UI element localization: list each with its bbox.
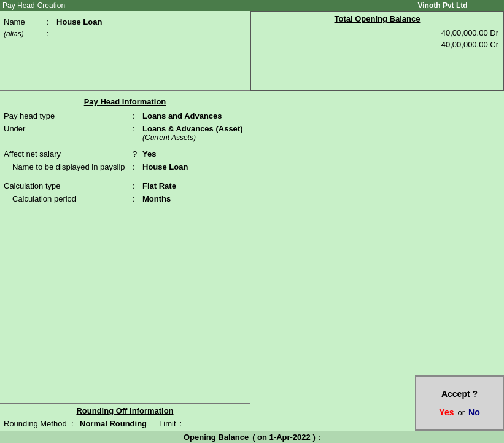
balance-cr: 40,00,000.00 Cr xyxy=(256,40,498,49)
creation-header-label: Creation xyxy=(37,1,65,10)
opening-balance-label: Opening Balance xyxy=(184,433,249,442)
company-name-header: Vinoth Pvt Ltd xyxy=(381,0,504,11)
affect-row: Affect net salary ? Yes xyxy=(4,149,246,159)
under-sep: : xyxy=(133,124,142,133)
name-payslip-sep: : xyxy=(133,162,142,171)
under-value: Loans & Advances (Asset) xyxy=(142,124,243,133)
under-label: Under xyxy=(4,124,133,133)
alias-label: (alias) xyxy=(4,29,47,38)
opening-balance-bar: Opening Balance ( on 1-Apr-2022 ) : xyxy=(0,431,504,443)
opening-balance-colon: : xyxy=(318,433,320,442)
rounding-method-row: Rounding Method : Normal Rounding Limit … xyxy=(4,419,246,428)
calc-period-value: Months xyxy=(142,194,171,203)
total-opening-balance-box: Total Opening Balance 40,00,000.00 Dr 40… xyxy=(250,11,504,91)
name-label: Name xyxy=(4,17,47,26)
affect-label: Affect net salary xyxy=(4,149,133,159)
calc-period-row: Calculation period : Months xyxy=(4,194,246,203)
name-payslip-label: Name to be displayed in payslip xyxy=(4,162,133,171)
calc-type-label: Calculation type xyxy=(4,181,133,190)
calc-type-row: Calculation type : Flat Rate xyxy=(4,181,246,190)
main-area: Name : House Loan (alias) : Pay Head Inf… xyxy=(0,11,504,431)
pay-head-type-row: Pay head type : Loans and Advances xyxy=(4,111,246,120)
name-value: House Loan xyxy=(56,17,102,26)
right-panel: Total Opening Balance 40,00,000.00 Dr 40… xyxy=(250,11,504,431)
accept-or-text: or xyxy=(457,408,465,417)
rounding-limit-sep: : xyxy=(180,419,182,428)
pay-head-type-sep: : xyxy=(133,111,142,120)
pay-head-type-label: Pay head type xyxy=(4,111,133,120)
pay-head-type-value: Loans and Advances xyxy=(142,111,222,120)
accept-dialog: Accept ? Yes or No xyxy=(415,375,504,431)
affect-sep: ? xyxy=(133,149,142,159)
accept-yes-button[interactable]: Yes xyxy=(439,407,454,417)
calc-type-value: Flat Rate xyxy=(142,181,176,190)
name-alias-section: Name : House Loan (alias) : xyxy=(0,11,250,91)
name-row: Name : House Loan xyxy=(4,17,246,26)
under-sub-value: (Current Assets) xyxy=(142,133,243,142)
pay-head-info-title: Pay Head Information xyxy=(4,97,246,106)
total-opening-balance-title: Total Opening Balance xyxy=(256,14,498,23)
pay-head-header-label: Pay Head xyxy=(2,1,35,10)
rounding-method-value: Normal Rounding xyxy=(80,419,147,428)
calc-period-label: Calculation period xyxy=(4,194,133,203)
pay-head-info-section: Pay Head Information Pay head type : Loa… xyxy=(0,91,250,403)
name-colon: : xyxy=(47,17,56,26)
calc-type-sep: : xyxy=(133,181,142,190)
alias-row: (alias) : xyxy=(4,29,246,38)
header-bar: Pay Head Creation Vinoth Pvt Ltd xyxy=(0,0,504,11)
calc-period-sep: : xyxy=(133,194,142,203)
rounding-title: Rounding Off Information xyxy=(4,406,246,415)
rounding-section: Rounding Off Information Rounding Method… xyxy=(0,403,250,431)
accept-title: Accept ? xyxy=(441,389,478,399)
rounding-limit-label: Limit xyxy=(159,419,176,428)
opening-balance-date: ( on 1-Apr-2022 ) xyxy=(252,433,316,442)
affect-value: Yes xyxy=(142,149,156,159)
accept-no-button[interactable]: No xyxy=(468,407,480,417)
left-panel: Name : House Loan (alias) : Pay Head Inf… xyxy=(0,11,250,431)
name-payslip-value: House Loan xyxy=(142,162,188,171)
name-payslip-row: Name to be displayed in payslip : House … xyxy=(4,162,246,171)
accept-buttons: Yes or No xyxy=(439,407,479,417)
alias-colon: : xyxy=(47,29,56,38)
under-row: Under : Loans & Advances (Asset) (Curren… xyxy=(4,124,246,142)
balance-dr: 40,00,000.00 Dr xyxy=(256,28,498,37)
rounding-method-sep: : xyxy=(71,419,80,428)
rounding-method-label: Rounding Method xyxy=(4,419,71,428)
